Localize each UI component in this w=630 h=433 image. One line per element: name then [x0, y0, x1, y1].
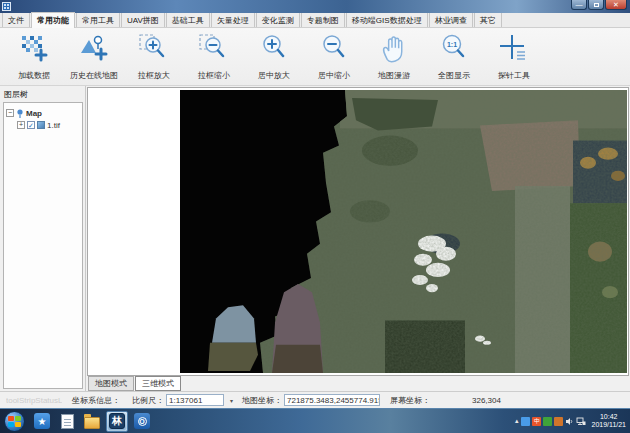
layer-node-label[interactable]: 1.tif: [47, 121, 60, 130]
history-online-map-icon: [77, 33, 111, 65]
tray-green-app-icon[interactable]: [543, 417, 552, 426]
tab-uav-mosaic[interactable]: UAV拼图: [121, 12, 165, 27]
taskbar-explorer-app[interactable]: [81, 411, 103, 432]
close-button[interactable]: ✕: [605, 0, 627, 10]
collapse-toggle-icon[interactable]: −: [6, 109, 14, 117]
tab-thematic-mapping[interactable]: 专题制图: [301, 12, 345, 27]
pan-button[interactable]: 地图漫游: [364, 30, 424, 85]
map-coord-label: 地图坐标：: [242, 395, 282, 406]
minimize-button[interactable]: —: [571, 0, 587, 10]
load-data-button[interactable]: 加载数据: [4, 30, 64, 85]
notepad-icon: [61, 414, 74, 429]
taskbar-clock[interactable]: 10:42 2019/11/21: [591, 413, 626, 429]
tab-basic-tools[interactable]: 基础工具: [166, 12, 210, 27]
tab-forestry-survey[interactable]: 林业调查: [429, 12, 473, 27]
tray-cn-app-icon[interactable]: 中: [532, 417, 541, 426]
tree-node-map[interactable]: − Map: [6, 107, 80, 119]
map-node-icon: [16, 109, 24, 118]
tray-blue-app-icon[interactable]: [521, 417, 530, 426]
box-zoom-in-icon: [137, 33, 171, 65]
tab-common-functions[interactable]: 常用功能: [31, 12, 75, 28]
tree-node-layer[interactable]: + ✓ 1.tif: [6, 119, 80, 131]
center-zoom-in-icon: [257, 33, 291, 65]
screen-coord-label: 屏幕坐标：: [390, 395, 430, 406]
folder-icon: [84, 417, 100, 429]
center-zoom-out-icon: [317, 33, 351, 65]
tab-other[interactable]: 其它: [474, 12, 502, 27]
status-placeholder-label: toolStripStatusLabel1: [6, 396, 62, 405]
star-app-icon: ★: [34, 413, 50, 429]
system-tray: ▴ 中 10:42 2019/11/21: [513, 409, 628, 433]
tray-overflow-icon[interactable]: ▴: [515, 417, 519, 425]
toolbar-button-label: 居中缩小: [318, 70, 350, 81]
coord-system-label: 坐标系信息：: [72, 395, 120, 406]
o-app-icon: O: [134, 413, 150, 429]
load-data-icon: [17, 33, 51, 65]
layer-checkbox[interactable]: ✓: [27, 121, 35, 129]
center-zoom-in-button[interactable]: 居中放大: [244, 30, 304, 85]
combo-dropdown-icon[interactable]: ▾: [230, 397, 233, 404]
history-online-map-button[interactable]: 历史在线地图: [64, 30, 124, 85]
center-zoom-out-button[interactable]: 居中缩小: [304, 30, 364, 85]
box-zoom-out-icon: [197, 33, 231, 65]
maximize-button[interactable]: [588, 0, 604, 10]
box-zoom-out-button[interactable]: 拉框缩小: [184, 30, 244, 85]
taskbar-forestry-app-active[interactable]: 林: [106, 411, 128, 432]
taskbar-star-app[interactable]: ★: [31, 411, 53, 432]
scale-label: 比例尺：: [132, 395, 164, 406]
tab-common-tools[interactable]: 常用工具: [76, 12, 120, 27]
toolbar-button-label: 拉框放大: [138, 70, 170, 81]
map-view[interactable]: [87, 87, 629, 376]
scale-combobox[interactable]: 1:137061 ▾: [166, 394, 224, 406]
toolbar-button-label: 地图漫游: [378, 70, 410, 81]
title-bar: — ✕: [0, 0, 630, 13]
toolbar: 加载数据 历史在线地图 拉框放大: [0, 28, 630, 86]
network-icon[interactable]: [576, 417, 586, 426]
start-button[interactable]: [4, 411, 25, 432]
svg-text:1:1: 1:1: [447, 41, 457, 48]
box-zoom-in-button[interactable]: 拉框放大: [124, 30, 184, 85]
forestry-app-icon: 林: [109, 413, 125, 429]
satellite-raster-image: [180, 90, 627, 373]
layer-panel-title: 图层树: [0, 86, 85, 102]
toolbar-button-label: 探针工具: [498, 70, 530, 81]
volume-icon[interactable]: [565, 417, 574, 426]
tab-change-monitoring[interactable]: 变化监测: [256, 12, 300, 27]
scale-value: 1:137061: [169, 396, 202, 405]
status-bar: toolStripStatusLabel1 坐标系信息： 比例尺： 1:1370…: [0, 391, 630, 408]
tab-map-mode[interactable]: 地图模式: [88, 376, 134, 391]
tab-3d-mode[interactable]: 三维模式: [135, 376, 181, 391]
toolbar-button-label: 加载数据: [18, 70, 50, 81]
full-extent-button[interactable]: 1:1 全图显示: [424, 30, 484, 85]
map-node-label[interactable]: Map: [26, 109, 42, 118]
app-logo-icon: [2, 2, 11, 11]
taskbar-notepad-app[interactable]: [56, 411, 78, 432]
pan-hand-icon: [377, 33, 411, 65]
toolbar-button-label: 历史在线地图: [70, 70, 118, 81]
toolbar-button-label: 居中放大: [258, 70, 290, 81]
ribbon-tab-bar: 文件 常用功能 常用工具 UAV拼图 基础工具 矢量处理 变化监测 专题制图 移…: [0, 13, 630, 28]
layer-tree[interactable]: − Map + ✓ 1.tif: [3, 102, 83, 389]
map-coord-field[interactable]: 721875.3483,2455774.9159: [284, 394, 380, 406]
layer-panel: 图层树 − Map + ✓ 1.tif: [0, 86, 86, 391]
full-extent-icon: 1:1: [437, 33, 471, 65]
toolbar-button-label: 拉框缩小: [198, 70, 230, 81]
probe-tool-button[interactable]: 探针工具: [484, 30, 544, 85]
map-canvas[interactable]: [180, 90, 627, 373]
tab-file[interactable]: 文件: [2, 12, 30, 27]
tray-orange-app-icon[interactable]: [554, 417, 563, 426]
map-coord-value: 721875.3483,2455774.9159: [287, 396, 380, 405]
tab-mobile-gis-data[interactable]: 移动端GIS数据处理: [346, 12, 428, 27]
clock-time: 10:42: [591, 413, 626, 421]
probe-tool-icon: [497, 33, 531, 65]
clock-date: 2019/11/21: [591, 421, 626, 429]
windows-taskbar: ★ 林 O ▴ 中: [0, 408, 630, 433]
toolbar-button-label: 全图显示: [438, 70, 470, 81]
screen-coord-value: 326,304: [472, 396, 501, 405]
application-window: — ✕ 文件 常用功能 常用工具 UAV拼图 基础工具 矢量处理 变化监测 专题…: [0, 0, 630, 433]
raster-layer-icon: [37, 121, 45, 129]
expand-toggle-icon[interactable]: +: [17, 121, 25, 129]
taskbar-o-app[interactable]: O: [131, 411, 153, 432]
tab-vector-processing[interactable]: 矢量处理: [211, 12, 255, 27]
map-mode-tab-bar: 地图模式 三维模式: [86, 376, 630, 391]
